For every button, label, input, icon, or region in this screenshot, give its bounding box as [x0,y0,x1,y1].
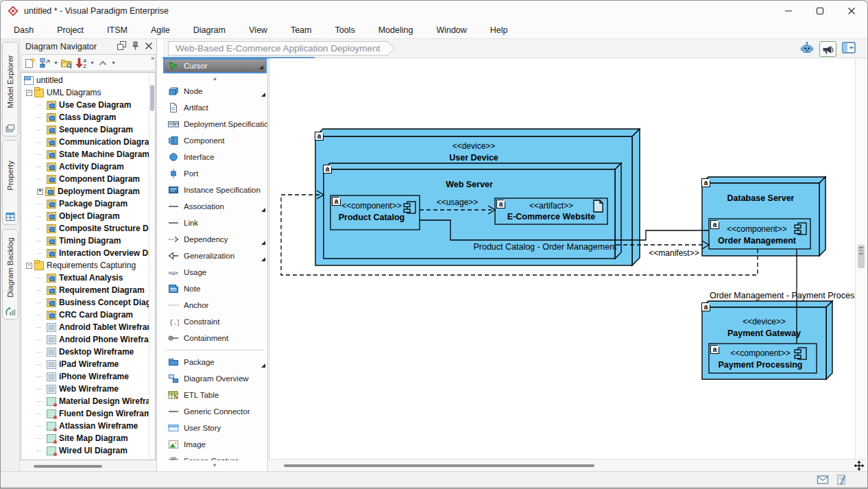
toolbar-new-diagram-button[interactable] [23,56,38,71]
diagram-canvas[interactable]: <<device>> User Device Web Server <<comp… [269,58,855,459]
order-management-component[interactable] [709,219,810,249]
tree-item-communication-diagram[interactable]: Communication Diagram [21,136,155,148]
palette-item-node[interactable]: Node [162,83,267,99]
tree-vertical-scrollbar[interactable] [149,73,155,460]
palette-item-port[interactable]: Port [162,165,267,182]
close-button[interactable] [836,1,867,21]
menu-team[interactable]: Team [279,23,324,38]
tree-item-material-design-wireframe[interactable]: Material Design Wireframe [21,395,155,407]
palette-item-generalization[interactable]: Generalization [162,248,267,264]
palette-item-association[interactable]: Association [162,198,267,215]
tree-item-atlassian-wireframe[interactable]: Atlassian Wireframe [21,420,155,432]
canvas-horizontal-scrollbar[interactable] [269,459,852,471]
palette-item-diagram-overview[interactable]: Diagram Overview [162,370,267,387]
tree-item-state-machine-diagram[interactable]: State Machine Diagram [21,148,155,160]
tree-item-site-map-diagram[interactable]: Site Map Diagram [21,432,155,444]
tree-item-composite-structure-diagram[interactable]: Composite Structure Diagram [21,222,155,235]
menu-project[interactable]: Project [45,23,95,38]
tree-item-use-case-diagram[interactable]: Use Case Diagram [21,99,155,111]
breadcrumb[interactable]: Web-Based E-Commerce Application Deploym… [168,41,387,56]
tree-item-wired-ui-diagram[interactable]: Wired UI Diagram [21,444,155,457]
navigator-pin-button[interactable] [130,40,141,53]
palette-scroll-up-button[interactable] [162,73,267,83]
canvas-vertical-scrollbar[interactable] [855,58,866,459]
canvas-horizontal-scrollbar-thumb[interactable] [284,464,594,467]
tree-item-sequence-diagram[interactable]: Sequence Diagram [21,123,155,136]
dock-tab-property[interactable]: Property [2,140,19,225]
palette-scroll-down-button[interactable] [162,460,267,470]
ecommerce-website-artifact[interactable] [495,198,607,224]
tree-vertical-scrollbar-thumb[interactable] [150,85,154,111]
palette-item-anchor[interactable]: Anchor [162,297,267,313]
title-bar[interactable]: untitled * - Visual Paradigm Enterprise [1,1,867,21]
minimize-button[interactable] [773,1,804,21]
toolbar-sort-button[interactable]: AZ [74,56,89,71]
toolbar-open-folder-button[interactable] [59,56,74,71]
tree-item-requirements-capturing[interactable]: −Requirements Capturing [21,259,155,272]
palette-item-dependency[interactable]: Dependency [162,231,267,248]
palette-item-generic-connector[interactable]: Generic Connector [162,403,267,420]
pan-tool-button[interactable] [852,459,866,471]
navigator-float-button[interactable] [117,40,127,53]
palette-item-etl-table[interactable]: ETL Table [162,387,267,403]
toolbar-model-structure-button[interactable] [38,56,53,71]
tree-item-desktop-wireframe[interactable]: Desktop Wireframe [21,346,155,358]
tree-item-android-tablet-wireframe[interactable]: Android Tablet Wireframe [21,321,155,333]
collapse-expander-icon[interactable]: − [26,90,32,96]
toolbar-dropdown-caret-icon[interactable]: ▾ [53,60,59,66]
tree-item-package-diagram[interactable]: Package Diagram [21,198,155,210]
palette-item-image[interactable]: Image [162,436,267,453]
dock-tab-diagram-backlog[interactable]: Diagram Backlog [2,229,19,320]
tree-item-timing-diagram[interactable]: Timing Diagram [21,235,155,247]
menu-diagram[interactable]: Diagram [182,23,237,38]
expand-expander-icon[interactable]: + [37,189,43,195]
tree-item-uml-diagrams[interactable]: −UML Diagrams [21,86,155,99]
diagram-tree[interactable]: untitled−UML DiagramsUse Case DiagramCla… [21,72,156,460]
log-button[interactable] [836,474,847,488]
palette-item-package[interactable]: Package [162,354,267,370]
payment-processing-component[interactable] [709,344,817,373]
menu-itsm[interactable]: ITSM [95,23,139,38]
palette-item-containment[interactable]: Containment [162,330,267,346]
menu-tools[interactable]: Tools [323,23,366,38]
maximize-button[interactable] [804,1,836,21]
toolbar-overflow-icon[interactable] [151,55,154,62]
palette-item-instance-specification[interactable]: Instance Specification [162,182,267,198]
dock-tab-model-explorer[interactable]: Model Explorer [2,42,19,136]
tree-item-class-diagram[interactable]: Class Diagram [21,111,155,123]
announcement-button[interactable] [819,41,836,57]
palette-item-usage[interactable]: «u»Usage [162,264,267,281]
palette-item-constraint[interactable]: {.}Constraint [162,313,267,330]
toolbar-dropdown-caret-icon[interactable]: ▾ [110,60,117,66]
tree-item-ipad-wireframe[interactable]: iPad Wireframe [21,358,155,370]
palette-item-artifact[interactable]: Artifact [162,99,267,116]
toolbar-dropdown-caret-icon[interactable]: ▾ [89,60,95,66]
tree-item-crc-card-diagram[interactable]: CRC Card Diagram [21,309,155,321]
navigator-close-button[interactable] [144,41,154,53]
palette-item-note[interactable]: Note [162,281,267,297]
palette-item-user-story[interactable]: User Story [162,420,267,436]
menu-agile[interactable]: Agile [139,23,182,38]
collapse-expander-icon[interactable]: − [26,263,32,269]
palette-item-deployment-specification[interactable]: «ds»Deployment Specification [162,116,267,132]
palette-item-component[interactable]: Component [162,132,267,149]
tree-item-business-concept-diagram[interactable]: Business Concept Diagram [21,296,155,309]
menu-dash[interactable]: Dash [2,23,45,38]
tree-item-android-phone-wireframe[interactable]: Android Phone Wireframe [21,333,155,346]
product-catalog-component[interactable] [330,195,420,230]
mail-button[interactable] [817,474,829,488]
tree-item-activity-diagram[interactable]: Activity Diagram [21,160,155,173]
tree-item-object-diagram[interactable]: Object Diagram [21,210,155,222]
panel-layout-button[interactable] [841,40,856,58]
tree-item-requirement-diagram[interactable]: Requirement Diagram [21,284,155,296]
tree-horizontal-scrollbar[interactable] [34,465,102,468]
palette-item-link[interactable]: Link [162,215,267,231]
menu-help[interactable]: Help [479,23,520,38]
menu-view[interactable]: View [237,23,279,38]
tree-item-iphone-wireframe[interactable]: iPhone Wireframe [21,370,155,383]
palette-item-cursor[interactable]: Cursor [163,58,267,73]
tree-item-interaction-overview-diagram[interactable]: Interaction Overview Diagram [21,247,155,259]
canvas-vertical-scrollbar-thumb[interactable] [858,245,865,268]
tree-item-web-wireframe[interactable]: Web Wireframe [21,383,155,395]
menu-modeling[interactable]: Modeling [367,23,425,38]
